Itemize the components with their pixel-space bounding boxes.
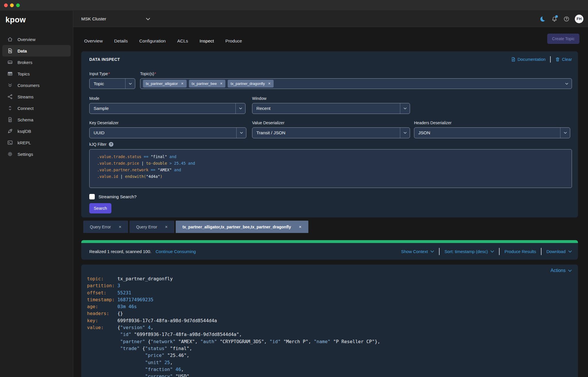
chevron-down-icon (560, 128, 570, 138)
key-deserializer-select[interactable]: UUID (89, 127, 246, 138)
record-line: "partner" {"network" "AMEX", "auth" "CRY… (87, 338, 572, 345)
topics-label: Topic(s)* (140, 71, 572, 76)
produce-results-link[interactable]: Produce Results (504, 249, 536, 254)
sidebar-item-label: Brokers (18, 60, 32, 65)
sidebar-item-consumers[interactable]: Consumers (2, 79, 71, 91)
record-panel: Actions topic: tx_partner_dragonflyparti… (81, 265, 578, 377)
remove-tag-icon[interactable]: ✕ (268, 82, 270, 85)
chevrons-down-icon (7, 82, 13, 88)
input-type-value: Topic (94, 81, 104, 86)
sidebar-item-overview[interactable]: Overview (2, 34, 71, 45)
topic-tag-label: tx_partner_bee (192, 81, 217, 86)
divider (541, 248, 541, 255)
result-tab-2[interactable]: Query Error✕ (129, 221, 174, 233)
minimize-window-button[interactable] (10, 3, 14, 7)
tab-inspect[interactable]: Inspect (200, 38, 214, 52)
sidebar-item-krepl[interactable]: kREPL (2, 137, 71, 148)
topics-multiselect[interactable]: tx_partner_alligator✕tx_partner_bee✕tx_p… (140, 78, 572, 89)
record-line: "price" "25.46", (87, 352, 572, 359)
continue-consuming-link[interactable]: Continue Consuming (156, 249, 196, 254)
close-tab-icon[interactable]: ✕ (299, 225, 302, 229)
mode-value: Sample (94, 106, 109, 111)
sidebar-item-settings[interactable]: Settings (2, 148, 71, 160)
help-button[interactable] (563, 15, 570, 23)
actions-dropdown[interactable]: Actions (551, 268, 572, 273)
headers-deserializer-select[interactable]: JSON (414, 127, 570, 138)
tab-overview[interactable]: Overview (84, 38, 103, 52)
search-button[interactable]: Search (89, 203, 111, 213)
remove-tag-icon[interactable]: ✕ (181, 82, 183, 85)
zoom-window-button[interactable] (16, 3, 20, 7)
kjq-code-line: .value.id | endswith("4d4a") (97, 173, 572, 180)
tab-acls[interactable]: ACLs (177, 38, 188, 52)
kjq-filter-editor[interactable]: .value.trade.status == "final" and.value… (89, 149, 572, 188)
share-icon (7, 94, 13, 100)
record-line: "currency" "USD", (87, 373, 572, 377)
sidebar-item-brokers[interactable]: Brokers (2, 57, 71, 68)
download-dropdown[interactable]: Download (546, 249, 572, 254)
record-line: topic: tx_partner_dragonfly (87, 275, 572, 282)
close-window-button[interactable] (4, 3, 8, 7)
sidebar-item-data[interactable]: Data (2, 45, 71, 57)
record-content: topic: tx_partner_dragonflypartition: 3o… (87, 275, 572, 377)
sidebar-nav: OverviewDataBrokersTopicsConsumersStream… (0, 34, 73, 160)
chevron-down-icon (562, 79, 572, 89)
record-line: value: {"version" 4, (87, 324, 572, 331)
table-icon (7, 71, 13, 77)
create-topic-button[interactable]: Create Topic (547, 34, 579, 44)
value-deserializer-label: Value Deserializer (252, 121, 410, 125)
rocket-icon (7, 128, 13, 134)
tab-produce[interactable]: Produce (225, 38, 242, 52)
mode-select[interactable]: Sample (89, 103, 245, 114)
results-status-text: Realized 1 record, scanned 100. (89, 249, 151, 254)
sidebar-item-schema[interactable]: Schema (2, 114, 71, 125)
input-type-select[interactable]: Topic (89, 78, 135, 89)
chevron-down-icon (430, 250, 434, 253)
window-select[interactable]: Recent (252, 103, 410, 114)
record-line: timestamp: 1687174969235 (87, 296, 572, 303)
dark-mode-toggle[interactable] (539, 15, 546, 23)
key-deserializer-label: Key Deserializer (89, 121, 246, 125)
record-line: "id" "699f8936-17c7-48fa-a98d-9d7dd8544d… (87, 331, 572, 338)
record-line: key: 699f8936-17c7-48fa-a98d-9d7dd8544d4… (87, 317, 572, 324)
sidebar-item-connect[interactable]: Connect (2, 102, 71, 114)
sidebar-item-topics[interactable]: Topics (2, 68, 71, 79)
sidebar-item-label: kREPL (18, 140, 31, 145)
tab-configuration[interactable]: Configuration (139, 38, 166, 52)
sidebar: kpow OverviewDataBrokersTopicsConsumersS… (0, 11, 73, 377)
record-line: headers: {} (87, 310, 572, 317)
headers-deserializer-value: JSON (418, 130, 430, 135)
tab-details[interactable]: Details (114, 38, 128, 52)
sidebar-item-ksqldb[interactable]: ksqlDB (2, 125, 71, 137)
chevron-down-icon (490, 250, 494, 253)
gear-icon (7, 151, 13, 157)
sidebar-item-label: Settings (18, 152, 33, 157)
data-inspect-panel: DATA INSPECT Documentation Clear Input T… (81, 51, 578, 217)
value-deserializer-select[interactable]: Transit / JSON (252, 127, 410, 138)
documentation-link[interactable]: Documentation (511, 57, 546, 62)
sidebar-item-label: Topics (18, 71, 30, 76)
kjq-code-line: .value.trade.price | to-double > 25.45 a… (97, 160, 572, 167)
sidebar-item-streams[interactable]: Streams (2, 91, 71, 102)
value-deserializer-value: Transit / JSON (256, 130, 285, 135)
sort-dropdown[interactable]: Sort: timestamp (desc) (444, 249, 494, 254)
record-line: partition: 3 (87, 282, 572, 289)
progress-bar (81, 240, 578, 243)
notifications-button[interactable] (551, 15, 558, 23)
kpow-logo: kpow (5, 15, 73, 24)
streaming-search-checkbox[interactable] (89, 194, 95, 199)
remove-tag-icon[interactable]: ✕ (220, 82, 223, 85)
result-tab-1[interactable]: Query Error✕ (83, 221, 128, 233)
close-tab-icon[interactable]: ✕ (165, 225, 168, 229)
result-tab-3[interactable]: tx_partner_alligator,tx_partner_bee,tx_p… (176, 221, 308, 233)
close-tab-icon[interactable]: ✕ (119, 225, 121, 229)
topic-tag-tx-partner-alligator: tx_partner_alligator✕ (143, 80, 187, 88)
clear-link[interactable]: Clear (555, 57, 572, 62)
show-context-dropdown[interactable]: Show Context (401, 249, 434, 254)
cluster-selector[interactable]: MSK Cluster (81, 16, 150, 22)
chevron-down-icon (568, 250, 572, 253)
result-tab-label: Query Error (136, 225, 157, 229)
topic-tag-label: tx_partner_alligator (146, 81, 178, 86)
user-avatar[interactable]: FH (575, 15, 583, 23)
kjq-help-icon[interactable]: ? (109, 142, 113, 147)
